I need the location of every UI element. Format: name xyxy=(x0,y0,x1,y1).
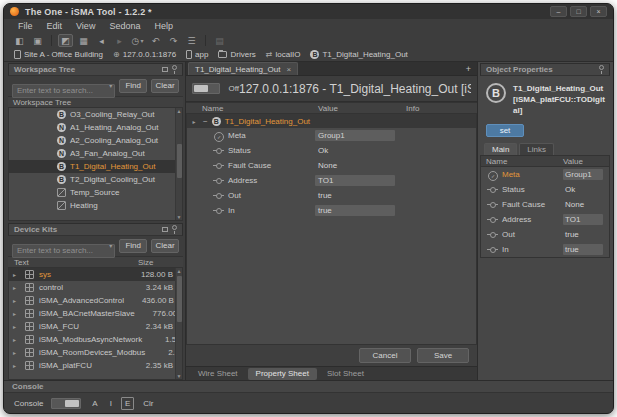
breadcrumb-drivers[interactable]: Drivers xyxy=(218,50,255,59)
object-property-row[interactable]: Fault Cause None xyxy=(481,197,609,212)
history-icon[interactable]: ◷ xyxy=(130,34,145,47)
kit-row[interactable]: ▸ sys 128.00 B xyxy=(9,268,182,281)
kit-row[interactable]: ▸ iSMA_ModbusAsyncNetwork 1.52 kB xyxy=(9,333,182,346)
kit-panel-icon[interactable]: ▣ xyxy=(30,34,45,47)
close-button[interactable]: × xyxy=(590,6,607,17)
pin-icon[interactable] xyxy=(172,225,177,230)
chevron-down-icon[interactable]: ▾ xyxy=(109,242,112,249)
property-row[interactable]: Address TO1 xyxy=(187,173,476,188)
close-tab-icon[interactable]: × xyxy=(286,65,291,74)
console-toggle[interactable] xyxy=(51,398,81,409)
scrollbar-thumb[interactable] xyxy=(177,144,182,178)
console-filter-button[interactable]: A xyxy=(89,398,100,409)
sheet-tab[interactable]: Slot Sheet xyxy=(319,368,372,380)
workspace-panel-icon[interactable]: ◧ xyxy=(12,34,27,47)
kit-row[interactable]: ▸ iSMA_BACnetMasterSlave 776.00 B xyxy=(9,307,182,320)
expand-icon[interactable]: ▸ xyxy=(13,284,25,291)
scroll-up-icon[interactable]: ▲ xyxy=(177,108,182,114)
property-row[interactable]: Out true xyxy=(187,188,476,203)
object-properties-tab[interactable]: Main xyxy=(484,143,517,155)
kit-row[interactable]: ▸ iSMA_AdvancedControl 436.00 B xyxy=(9,294,182,307)
kit-row[interactable]: ▸ iSMA_platFCU 2.35 kB xyxy=(9,359,182,372)
object-property-row[interactable]: Meta Group1 xyxy=(481,167,609,182)
console-filter-button[interactable]: I xyxy=(107,398,115,409)
device-kits-scrollbar[interactable]: ▲ ▼ xyxy=(175,268,182,379)
scrollbar-thumb[interactable] xyxy=(177,276,182,322)
tree-item[interactable]: Temp_Source xyxy=(9,186,182,199)
property-value[interactable]: true xyxy=(315,190,395,201)
object-property-row[interactable]: In true xyxy=(481,242,609,257)
editor-tab[interactable]: T1_Digital_Heating_Out × xyxy=(188,62,298,75)
root-object-row[interactable]: ▸ − B T1_Digital_Heating_Out xyxy=(187,114,476,128)
out-toggle[interactable] xyxy=(192,83,220,94)
object-property-row[interactable]: Status Ok xyxy=(481,182,609,197)
object-property-row[interactable]: Address TO1 xyxy=(481,212,609,227)
breadcrumb-object[interactable]: B T1_Digital_Heating_Out xyxy=(310,50,407,59)
expand-icon[interactable]: ▸ xyxy=(13,349,25,356)
tree-item[interactable]: B T2_Digital_Cooling_Out xyxy=(9,173,182,186)
scroll-down-icon[interactable]: ▼ xyxy=(177,373,182,379)
breadcrumb-app[interactable]: app xyxy=(186,50,208,59)
save-button[interactable]: Save xyxy=(417,348,469,363)
forward-icon[interactable]: ▸ xyxy=(112,34,127,47)
object-property-row[interactable]: Out true xyxy=(481,227,609,242)
workspace-clear-button[interactable]: Clear xyxy=(151,79,179,93)
property-value[interactable]: Group1 xyxy=(315,130,395,141)
expand-icon[interactable]: ▸ xyxy=(13,297,25,304)
pin-icon[interactable] xyxy=(172,65,177,70)
add-tab-button[interactable]: + xyxy=(466,63,471,75)
kits-find-button[interactable]: Find xyxy=(119,239,147,253)
tree-item[interactable]: B O3_Cooling_Relay_Out xyxy=(9,108,182,121)
kit-row[interactable]: ▸ control 3.24 kB xyxy=(9,281,182,294)
menu-item[interactable]: Sedona xyxy=(109,21,140,31)
print-icon[interactable]: ▤ xyxy=(212,34,227,47)
expand-icon[interactable]: ▸ xyxy=(13,323,25,330)
property-value[interactable]: Ok xyxy=(563,184,603,195)
tree-item[interactable]: N A1_Heating_Analog_Out xyxy=(9,121,182,134)
tree-item[interactable]: N A2_Cooling_Analog_Out xyxy=(9,134,182,147)
menu-item[interactable]: File xyxy=(18,21,33,31)
kits-clear-button[interactable]: Clear xyxy=(151,239,179,253)
maximize-button[interactable]: □ xyxy=(570,6,587,17)
property-value[interactable]: true xyxy=(315,205,395,216)
property-value[interactable]: Ok xyxy=(315,145,395,156)
menu-item[interactable]: Edit xyxy=(47,21,63,31)
set-button[interactable]: set xyxy=(486,124,524,137)
expand-icon[interactable]: ▸ xyxy=(13,310,25,317)
tree-item[interactable]: B T1_Digital_Heating_Out xyxy=(9,160,182,173)
tree-item[interactable]: Heating xyxy=(9,199,182,212)
breadcrumb-localio[interactable]: ⇄ localIO xyxy=(266,50,301,59)
breadcrumb-site[interactable]: Site A - Office Building xyxy=(14,50,103,59)
kit-row[interactable]: ▸ iSMA_FCU 2.34 kB xyxy=(9,320,182,333)
cancel-button[interactable]: Cancel xyxy=(359,348,411,363)
sheet-tab[interactable]: Wire Sheet xyxy=(190,368,246,380)
minimize-button[interactable]: – xyxy=(550,6,567,17)
property-value[interactable]: Group1 xyxy=(563,169,603,180)
restore-panel-icon[interactable] xyxy=(162,227,168,232)
workspace-search-input[interactable] xyxy=(12,84,115,98)
tree-item[interactable]: N A3_Fan_Analog_Out xyxy=(9,147,182,160)
property-value[interactable]: true xyxy=(563,244,603,255)
workspace-tree-scrollbar[interactable]: ▲ ▼ xyxy=(175,108,182,220)
expand-icon[interactable]: ▸ xyxy=(13,271,25,278)
property-row[interactable]: Meta Group1 xyxy=(187,128,476,143)
console-filter-button[interactable]: Clr xyxy=(140,398,156,409)
redo-icon[interactable]: ↷ xyxy=(166,34,181,47)
expand-icon[interactable]: ▸ xyxy=(13,336,25,343)
property-value[interactable]: None xyxy=(315,160,395,171)
chevron-down-icon[interactable]: ▾ xyxy=(109,82,112,89)
kits-search-input[interactable] xyxy=(12,244,115,258)
pin-icon[interactable] xyxy=(599,65,604,70)
property-row[interactable]: Status Ok xyxy=(187,143,476,158)
breadcrumb-device-ip[interactable]: ⊕ 127.0.0.1:1876 xyxy=(113,50,176,59)
restore-panel-icon[interactable] xyxy=(162,67,168,72)
menu-item[interactable]: Help xyxy=(154,21,173,31)
list-view-icon[interactable]: ☰ xyxy=(184,34,199,47)
wire-sheet-icon[interactable]: ◩ xyxy=(58,34,73,47)
collapse-icon[interactable]: − xyxy=(203,117,208,126)
scroll-up-icon[interactable]: ▲ xyxy=(177,268,182,274)
kit-row[interactable]: ▸ iSMA_RoomDevices_Modbus 2.17 kB xyxy=(9,346,182,359)
sheet-tab[interactable]: Property Sheet xyxy=(248,368,317,380)
property-row[interactable]: Fault Cause None xyxy=(187,158,476,173)
object-properties-tab[interactable]: Links xyxy=(519,143,554,155)
